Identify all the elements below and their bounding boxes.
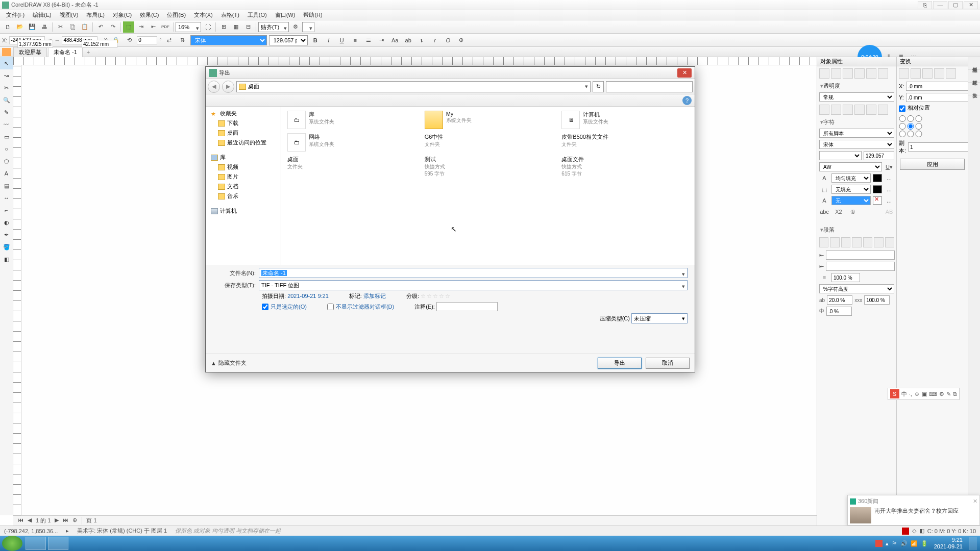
bg-color-swatch[interactable] [873, 185, 882, 193]
align-left-icon[interactable] [819, 237, 828, 247]
add-icon[interactable]: ⊕ [456, 35, 467, 46]
print-icon[interactable]: 🖶 [39, 21, 50, 33]
trans-bitmap-icon[interactable] [878, 105, 888, 115]
menu-window[interactable]: 窗口(W) [271, 10, 300, 20]
tree-video[interactable]: 视频 [206, 162, 281, 172]
t-y-input[interactable] [906, 93, 968, 102]
file-item[interactable]: 桌面文件夹 [286, 155, 415, 179]
kerning-select[interactable]: AW [819, 162, 882, 171]
add-tab-button[interactable]: + [84, 48, 93, 56]
nav-forward-button[interactable]: ▶ [222, 81, 234, 93]
page-tab[interactable]: 页 1 [82, 517, 101, 524]
obj-y[interactable] [17, 40, 53, 48]
address-bar[interactable]: 桌面 [236, 81, 591, 92]
menu-help[interactable]: 帮助(H) [299, 10, 326, 20]
indent-icon[interactable]: ⇥ [376, 35, 387, 46]
text-tool-icon[interactable]: A [0, 167, 13, 180]
search-input[interactable] [606, 81, 693, 92]
freehand-tool-icon[interactable]: ✎ [0, 106, 13, 118]
nav-back-button[interactable]: ◀ [208, 81, 220, 93]
tag-value[interactable]: 添加标记 [363, 293, 386, 299]
pick-tool-icon[interactable]: ↖ [0, 57, 13, 69]
trans-uniform-icon[interactable] [831, 105, 841, 115]
file-item[interactable]: 测试快捷方式595 字节 [424, 155, 553, 179]
menu-effects[interactable]: 效果(C) [136, 10, 163, 20]
eyedropper-tool-icon[interactable]: ✒ [0, 229, 13, 241]
bg-type-select[interactable]: 无填充 [831, 185, 871, 194]
indent-left[interactable] [826, 251, 895, 260]
rating-stars[interactable]: ☆☆☆☆☆ [421, 293, 451, 299]
outline-more-icon[interactable]: … [884, 196, 894, 205]
align-right-icon[interactable] [841, 237, 850, 247]
page-add-icon[interactable]: ⊕ [71, 517, 79, 524]
outline-tool-icon[interactable]: ◧ [0, 253, 13, 265]
filename-input[interactable]: 未命名 -1 [259, 268, 688, 278]
smallcaps-icon[interactable]: AB [884, 207, 894, 216]
menu-text[interactable]: 文本(X) [190, 10, 217, 20]
only-selected-checkbox[interactable]: 只是选定的(O) [262, 303, 307, 311]
pdf-icon[interactable]: PDF [160, 21, 171, 33]
shape-tool-icon[interactable]: ↝ [0, 69, 13, 82]
frame-tab-icon[interactable] [878, 68, 888, 79]
dimension-tool-icon[interactable]: ↔ [0, 192, 13, 204]
ellipse-tool-icon[interactable]: ○ [0, 143, 13, 155]
rotate-icon[interactable]: ⟲ [124, 35, 135, 46]
t-rotate-icon[interactable] [911, 68, 921, 79]
fullscreen-icon[interactable]: ⛶ [202, 21, 213, 33]
vtab-styles[interactable]: 对象样式 [968, 70, 980, 83]
menu-bitmap[interactable]: 位图(B) [163, 10, 190, 20]
ruler-icon[interactable]: ⊞ [218, 21, 229, 33]
font-style-select[interactable] [819, 151, 862, 160]
copy-icon[interactable]: ⿻ [67, 21, 78, 33]
tab-document[interactable]: 未命名 -1 [48, 47, 83, 57]
undo-icon[interactable]: ↶ [95, 21, 106, 33]
script-select[interactable]: 所有脚本 [819, 129, 894, 138]
word-spacing[interactable] [864, 295, 890, 305]
save-icon[interactable]: 💾 [27, 21, 38, 33]
zoom-combo[interactable]: 16% [176, 22, 201, 32]
text-v-icon[interactable]: ⫯ [429, 35, 440, 46]
superscript-icon[interactable]: X2 [834, 207, 844, 216]
fill-more-icon[interactable]: … [884, 173, 894, 183]
menu-table[interactable]: 表格(T) [217, 10, 243, 20]
cut-icon[interactable]: ✂ [55, 21, 66, 33]
t-size-icon[interactable] [934, 68, 944, 79]
file-item[interactable]: 桌面文件快捷方式615 字节 [560, 155, 690, 179]
home-icon[interactable] [2, 48, 11, 56]
launch-combo[interactable] [302, 22, 314, 32]
snap-combo[interactable]: 贴齐(T) [258, 22, 289, 32]
file-item[interactable]: 🗀网络系统文件夹 [286, 132, 415, 153]
compress-select[interactable]: 未压缩▾ [631, 313, 688, 323]
tray-ime-icon[interactable] [875, 540, 883, 547]
filetype-select[interactable]: TIF - TIFF 位图 [259, 280, 688, 290]
menu-object[interactable]: 对象(C) [109, 10, 136, 20]
allcaps-icon[interactable]: ① [848, 207, 858, 216]
menu-layout[interactable]: 布局(L) [82, 10, 108, 20]
tree-computer[interactable]: 计算机 [206, 206, 281, 216]
file-item[interactable]: G6中性文件夹 [424, 132, 553, 153]
date-value[interactable]: 2021-09-21 9:21 [287, 293, 329, 299]
apply-button[interactable]: 应用 [900, 159, 965, 170]
text-dir-icon[interactable]: ⫮ [416, 35, 427, 46]
blend-mode-select[interactable]: 常规 [819, 92, 894, 102]
find-icon[interactable]: ⬚ [123, 21, 134, 33]
char-spacing[interactable] [827, 295, 852, 305]
t-skew-icon[interactable] [946, 68, 956, 79]
page-next-icon[interactable]: ▶ [53, 517, 60, 524]
fill-indicator-icon[interactable] [902, 528, 909, 535]
file-item[interactable]: 🗀库系统文件夹 [286, 110, 415, 130]
line-spacing-input[interactable] [831, 273, 860, 282]
grid-icon[interactable]: ▦ [230, 21, 241, 33]
export-button[interactable]: 导出 [598, 358, 642, 369]
bg-more-icon[interactable]: … [884, 185, 894, 194]
tree-documents[interactable]: 文档 [206, 182, 281, 191]
menu-edit[interactable]: 编辑(E) [29, 10, 56, 20]
news-headline[interactable]: 南开大学推出夫妻宿舍？校方回应 [874, 507, 959, 523]
tree-downloads[interactable]: 下载 [206, 118, 281, 128]
line-height-select[interactable]: %字符高度 [819, 284, 894, 293]
polygon-tool-icon[interactable]: ⬠ [0, 155, 13, 167]
tray-action-center-icon[interactable]: 🏳 [892, 540, 897, 546]
mirror-h-icon[interactable]: ⇄ [164, 35, 175, 46]
tree-recent[interactable]: 最近访问的位置 [206, 138, 281, 147]
minimize-button[interactable]: — [933, 1, 947, 9]
